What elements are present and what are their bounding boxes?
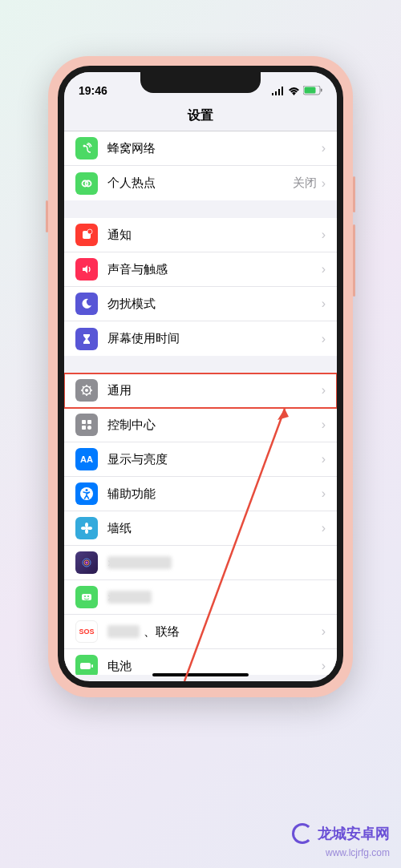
row-label: 电池: [107, 659, 322, 674]
chevron-right-icon: ›: [322, 176, 326, 191]
hotspot-icon: [75, 172, 98, 195]
display-icon: AA: [75, 448, 98, 470]
svg-point-29: [84, 595, 86, 597]
row-label: 蜂窝网络: [107, 141, 322, 156]
row-label: 控制中心: [107, 418, 322, 433]
svg-rect-14: [82, 420, 86, 424]
row-label: 辅助功能: [107, 486, 322, 502]
wifi-icon: [288, 87, 300, 95]
svg-point-17: [87, 426, 91, 430]
settings-row-siri[interactable]: ›: [64, 546, 337, 580]
svg-rect-6: [321, 89, 322, 92]
chevron-right-icon: ›: [322, 141, 326, 155]
sos-icon: SOS: [75, 620, 98, 643]
chevron-right-icon: ›: [322, 418, 326, 432]
chevron-right-icon: ›: [322, 228, 326, 242]
svg-rect-1: [275, 91, 277, 95]
svg-point-30: [87, 595, 89, 597]
settings-row-sounds[interactable]: 声音与触感 ›: [64, 252, 337, 287]
settings-row-wallpaper[interactable]: 墙纸 ›: [64, 511, 337, 546]
settings-row-notifications[interactable]: 通知 ›: [64, 218, 337, 252]
settings-row-hotspot[interactable]: 个人热点 关闭 ›: [64, 166, 337, 200]
general-icon: [75, 379, 98, 402]
page-title: 设置: [64, 107, 337, 124]
watermark-url: www.lcjrfg.com: [326, 847, 390, 858]
chevron-right-icon: ›: [322, 383, 326, 398]
svg-point-11: [87, 229, 92, 234]
chevron-right-icon: ›: [322, 486, 326, 501]
siri-icon: [75, 551, 98, 574]
row-label: 墙纸: [107, 521, 322, 536]
svg-rect-32: [91, 664, 93, 668]
row-detail: 关闭: [293, 176, 317, 191]
svg-point-21: [85, 523, 88, 527]
chevron-right-icon: ›: [322, 521, 326, 535]
settings-row-display[interactable]: AA 显示与亮度 ›: [64, 442, 337, 477]
row-label: 声音与触感: [107, 262, 322, 277]
settings-row-cellular[interactable]: 蜂窝网络 ›: [64, 131, 337, 166]
svg-rect-2: [278, 89, 280, 95]
svg-rect-3: [282, 87, 283, 95]
svg-rect-16: [82, 426, 86, 430]
settings-row-facetime[interactable]: ›: [64, 580, 337, 615]
settings-row-screentime[interactable]: 屏幕使用时间 ›: [64, 321, 337, 356]
chevron-right-icon: ›: [322, 452, 326, 466]
svg-point-19: [86, 489, 88, 491]
svg-point-13: [85, 389, 88, 392]
wallpaper-icon: [75, 517, 98, 539]
screentime-icon: [75, 328, 98, 350]
svg-rect-31: [80, 663, 91, 669]
notifications-icon: [75, 224, 98, 246]
settings-row-controlcenter[interactable]: 控制中心 ›: [64, 408, 337, 442]
svg-rect-5: [305, 87, 316, 94]
status-time: 19:46: [79, 84, 107, 97]
row-label: 勿扰模式: [107, 297, 322, 312]
settings-header: 设置: [64, 103, 337, 131]
row-label: 屏幕使用时间: [107, 331, 322, 346]
chevron-right-icon: ›: [322, 297, 326, 311]
svg-point-24: [87, 527, 92, 530]
row-label: 通知: [107, 228, 322, 243]
settings-row-sos[interactable]: SOS 、联络 ›: [64, 615, 337, 649]
row-label: 、联络: [107, 624, 322, 640]
chevron-right-icon: ›: [322, 659, 326, 673]
dnd-icon: [75, 293, 98, 315]
home-indicator[interactable]: [152, 673, 249, 676]
cellular-icon: [75, 137, 98, 159]
watermark-logo-icon: [292, 823, 313, 844]
settings-row-accessibility[interactable]: 辅助功能 ›: [64, 477, 337, 511]
svg-point-22: [85, 529, 88, 534]
battery-icon: [75, 655, 98, 675]
chevron-right-icon: ›: [322, 624, 326, 639]
svg-rect-15: [87, 420, 91, 424]
facetime-icon: [75, 586, 98, 608]
accessibility-icon: [75, 482, 98, 505]
battery-status-icon: [303, 86, 322, 95]
settings-row-battery[interactable]: 电池 ›: [64, 649, 337, 675]
settings-row-general[interactable]: 通用 ›: [64, 373, 337, 408]
settings-list[interactable]: 蜂窝网络 › 个人热点 关闭 › 通知 › 声音与触感: [64, 131, 337, 675]
sounds-icon: [75, 258, 98, 281]
svg-point-27: [86, 562, 88, 564]
row-label: 通用: [107, 383, 322, 398]
chevron-right-icon: ›: [322, 332, 326, 346]
settings-row-dnd[interactable]: 勿扰模式 ›: [64, 287, 337, 321]
row-label: 显示与亮度: [107, 452, 322, 467]
watermark-brand: 龙城安卓网: [292, 823, 390, 844]
chevron-right-icon: ›: [322, 262, 326, 277]
signal-icon: [272, 87, 285, 95]
controlcenter-icon: [75, 414, 98, 436]
svg-rect-0: [272, 93, 273, 95]
row-label: 个人热点: [107, 176, 293, 191]
svg-point-23: [81, 527, 86, 530]
